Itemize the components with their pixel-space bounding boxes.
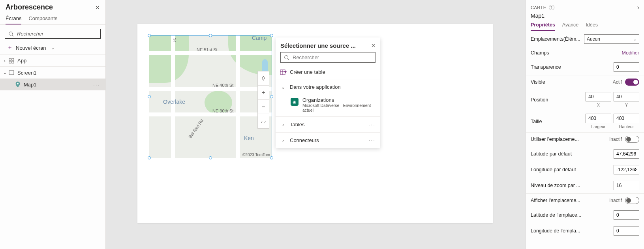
prop-visible-toggle[interactable] [625,79,639,86]
canvas-area: NE 51st St NE 40th St NE 30th St Bel Red… [106,0,498,249]
place-label: Camp [252,36,267,41]
prop-size-label: Taille [531,119,542,124]
prop-loclon-input[interactable] [614,226,639,236]
svg-line-9 [288,58,289,60]
prop-showloc-toggle[interactable] [625,197,639,204]
tab-components[interactable]: Composants [28,15,57,24]
create-table-button[interactable]: Créer une table [276,67,380,79]
prop-defzoom-label: Niveau de zoom par ... [531,183,580,188]
rp-tab-advanced[interactable]: Avancé [562,22,578,31]
prop-position-x-caption: X [597,103,600,107]
prop-size-w-input[interactable] [586,114,611,123]
place-label: Ken [244,135,254,141]
resize-handle[interactable] [270,95,273,98]
tree-view-title: Arborescence [6,3,53,11]
datasource-item-title: Organizations [302,97,376,103]
map-zoom-in-button[interactable]: + [258,86,269,100]
tree-item-map-label: Map1 [24,82,37,88]
resize-handle[interactable] [209,156,212,159]
resize-handle[interactable] [148,95,151,98]
prop-defzoom-input[interactable] [614,181,639,190]
prop-showloc-label: Afficher l'emplaceme... [531,198,580,203]
prop-transparency-input[interactable] [614,62,639,72]
prop-position-label: Position [531,97,548,103]
tree-search-input[interactable] [17,31,97,37]
search-icon [8,31,14,37]
map-compass-button[interactable]: ◊ [258,71,269,86]
new-screen-button[interactable]: ＋ Nouvel écran ⌄ [0,43,105,55]
rp-tab-properties[interactable]: Propriétés [531,22,555,31]
resize-handle[interactable] [209,34,212,37]
prop-size-h-input[interactable] [614,114,639,123]
map-pin-icon [14,81,21,88]
prop-fields-label: Champs [531,50,549,56]
chevron-right-icon: › [2,58,8,63]
help-icon[interactable]: ? [549,5,554,10]
section-in-app[interactable]: ⌄ Dans votre application [276,79,380,95]
datasource-item-organizations[interactable]: ◉ Organizations Microsoft Dataverse - En… [276,95,380,116]
more-icon[interactable]: ··· [369,122,376,127]
section-connectors[interactable]: › Connecteurs ··· [276,133,380,148]
prop-size-h-caption: Hauteur [619,124,634,129]
prop-position-x-input[interactable] [586,92,611,101]
prop-visible-label: Visible [531,79,545,85]
properties-panel: CARTE ? › Map1 Propriétés Avancé Idées E… [526,0,644,249]
screen-icon [8,69,15,76]
section-tables-label: Tables [290,122,305,127]
map-control[interactable]: NE 51st St NE 40th St NE 30th St Bel Red… [149,36,272,158]
tree-item-app-label: App [17,58,26,64]
tree-search-box[interactable] [5,29,101,39]
svg-rect-5 [12,61,14,63]
svg-point-8 [285,55,288,59]
control-category: CARTE [531,5,546,10]
section-connectors-label: Connecteurs [290,137,319,143]
street-label: NE 40th St [212,83,233,88]
new-screen-label: Nouvel écran [16,45,46,51]
tree-item-more-icon[interactable]: ··· [93,82,100,88]
prop-useloc-label: Utiliser l'emplaceme... [531,137,579,142]
street-label: 14 [172,38,177,43]
screen-canvas[interactable]: NE 51st St NE 40th St NE 30th St Bel Red… [137,24,493,223]
tree-item-screen[interactable]: ⌄ Screen1 [0,67,105,79]
street-label: NE 51st St [197,47,218,52]
resize-handle[interactable] [148,156,151,159]
prop-loclon-label: Longitude de l'empla... [531,228,580,234]
tree-view-panel: Arborescence ✕ Écrans Composants ＋ Nouve… [0,0,106,249]
resize-handle[interactable] [270,156,273,159]
close-icon[interactable]: ✕ [371,43,376,49]
prop-deflon-input[interactable] [614,165,639,174]
more-icon[interactable]: ··· [369,137,376,143]
map-zoom-out-button[interactable]: − [258,100,269,114]
close-tree-view-icon[interactable]: ✕ [95,4,100,11]
expand-panel-icon[interactable]: › [637,4,639,11]
prop-locations-select[interactable]: Aucun ⌄ [584,34,639,44]
prop-deflat-input[interactable] [614,149,639,159]
section-tables[interactable]: › Tables ··· [276,117,380,132]
prop-position-y-input[interactable] [614,92,639,101]
tree-item-app[interactable]: › App [0,55,105,67]
tree-item-map[interactable]: Map1 ··· [0,79,105,90]
datasource-popup: Sélectionner une source ... ✕ Créer une … [276,37,380,148]
prop-deflon-label: Longitude par défaut [531,167,576,172]
tree-item-screen-label: Screen1 [17,70,36,76]
svg-point-0 [9,32,13,35]
prop-loclat-input[interactable] [614,210,639,220]
resize-handle[interactable] [148,34,151,37]
resize-handle[interactable] [270,34,273,37]
datasource-item-subtitle: Microsoft Dataverse - Environnement actu… [302,103,376,112]
rp-tab-ideas[interactable]: Idées [586,22,598,31]
chevron-right-icon: › [280,122,286,127]
tab-screens[interactable]: Écrans [6,15,21,24]
svg-rect-3 [12,58,14,60]
prop-useloc-toggle[interactable] [625,136,639,143]
datasource-search-input[interactable] [293,54,372,60]
svg-point-7 [17,83,19,84]
chevron-down-icon: ⌄ [633,37,636,41]
prop-fields-edit-link[interactable]: Modifier [622,50,639,56]
chevron-down-icon: ⌄ [2,70,8,75]
search-icon [284,55,289,60]
chevron-right-icon: › [280,138,286,143]
map-pitch-button[interactable]: ▱ [258,114,269,128]
control-name[interactable]: Map1 [526,12,644,22]
datasource-search-box[interactable] [280,52,376,63]
